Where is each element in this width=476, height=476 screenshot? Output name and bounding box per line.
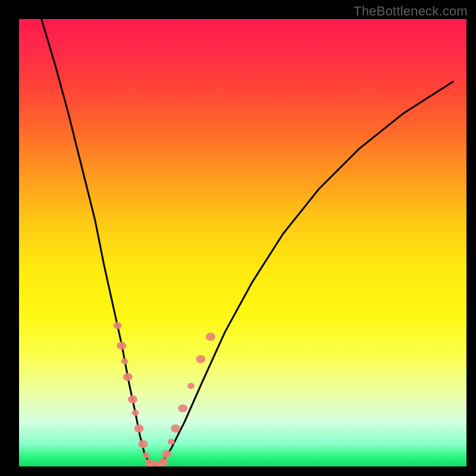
curve-marker xyxy=(187,383,195,389)
bottleneck-curve-path xyxy=(42,19,453,465)
chart-frame: TheBottleneck.com xyxy=(0,0,476,476)
curve-layer xyxy=(19,19,466,466)
curve-marker xyxy=(206,333,215,341)
curve-marker xyxy=(123,373,133,381)
curve-marker xyxy=(138,440,148,449)
curve-marker xyxy=(162,450,171,458)
curve-marker xyxy=(128,395,137,403)
plot-area xyxy=(19,19,466,466)
marker-group xyxy=(113,322,215,466)
curve-marker xyxy=(143,452,150,458)
curve-marker xyxy=(171,424,180,433)
curve-marker xyxy=(196,355,205,364)
bottleneck-curve xyxy=(42,19,453,465)
curve-marker xyxy=(168,439,175,445)
curve-marker xyxy=(134,424,144,433)
curve-marker xyxy=(132,410,139,416)
curve-marker xyxy=(117,342,126,350)
watermark-text: TheBottleneck.com xyxy=(353,4,468,19)
curve-marker xyxy=(121,358,128,364)
curve-marker xyxy=(113,322,121,329)
curve-marker xyxy=(159,458,168,466)
curve-marker xyxy=(178,404,187,412)
